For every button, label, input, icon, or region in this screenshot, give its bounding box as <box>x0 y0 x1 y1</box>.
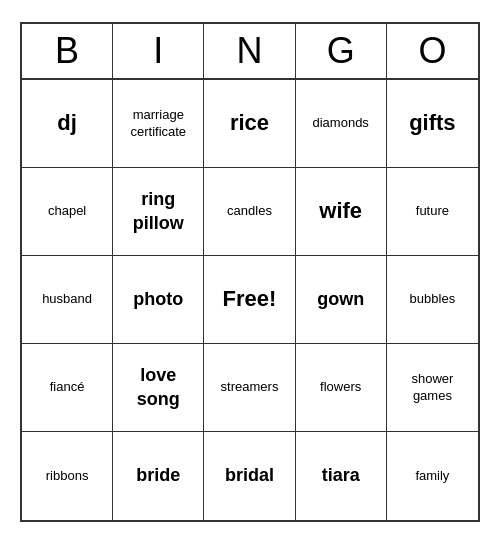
bingo-cell-0-2: rice <box>204 80 295 168</box>
cell-text: dj <box>57 109 77 138</box>
bingo-cell-2-2: Free! <box>204 256 295 344</box>
cell-text: candles <box>227 203 272 220</box>
bingo-cell-1-2: candles <box>204 168 295 256</box>
cell-text: bridal <box>225 464 274 487</box>
bingo-cell-4-2: bridal <box>204 432 295 520</box>
bingo-cell-1-3: wife <box>296 168 387 256</box>
bingo-cell-3-4: shower games <box>387 344 478 432</box>
bingo-header: BINGO <box>22 24 478 80</box>
cell-text: family <box>415 468 449 485</box>
header-letter-o: O <box>387 24 478 78</box>
bingo-cell-1-4: future <box>387 168 478 256</box>
bingo-cell-3-2: streamers <box>204 344 295 432</box>
bingo-cell-2-3: gown <box>296 256 387 344</box>
bingo-cell-3-1: love song <box>113 344 204 432</box>
bingo-cell-1-0: chapel <box>22 168 113 256</box>
cell-text: chapel <box>48 203 86 220</box>
bingo-card: BINGO djmarriage certificatericediamonds… <box>20 22 480 522</box>
cell-text: gown <box>317 288 364 311</box>
bingo-cell-4-3: tiara <box>296 432 387 520</box>
bingo-cell-3-3: flowers <box>296 344 387 432</box>
header-letter-g: G <box>296 24 387 78</box>
cell-text: husband <box>42 291 92 308</box>
cell-text: marriage certificate <box>117 107 199 141</box>
cell-text: wife <box>319 197 362 226</box>
bingo-cell-0-3: diamonds <box>296 80 387 168</box>
bingo-cell-4-4: family <box>387 432 478 520</box>
cell-text: rice <box>230 109 269 138</box>
header-letter-i: I <box>113 24 204 78</box>
cell-text: diamonds <box>313 115 369 132</box>
cell-text: future <box>416 203 449 220</box>
bingo-cell-2-1: photo <box>113 256 204 344</box>
cell-text: streamers <box>221 379 279 396</box>
bingo-cell-0-0: dj <box>22 80 113 168</box>
bingo-cell-1-1: ring pillow <box>113 168 204 256</box>
bingo-grid: djmarriage certificatericediamondsgiftsc… <box>22 80 478 520</box>
cell-text: photo <box>133 288 183 311</box>
bingo-cell-4-1: bride <box>113 432 204 520</box>
bingo-cell-0-1: marriage certificate <box>113 80 204 168</box>
cell-text: ribbons <box>46 468 89 485</box>
cell-text: flowers <box>320 379 361 396</box>
bingo-cell-3-0: fiancé <box>22 344 113 432</box>
cell-text: ring pillow <box>117 188 199 235</box>
bingo-cell-2-0: husband <box>22 256 113 344</box>
cell-text: bubbles <box>410 291 456 308</box>
cell-text: love song <box>117 364 199 411</box>
cell-text: Free! <box>223 285 277 314</box>
bingo-cell-4-0: ribbons <box>22 432 113 520</box>
cell-text: bride <box>136 464 180 487</box>
header-letter-b: B <box>22 24 113 78</box>
cell-text: fiancé <box>50 379 85 396</box>
bingo-cell-0-4: gifts <box>387 80 478 168</box>
bingo-cell-2-4: bubbles <box>387 256 478 344</box>
cell-text: tiara <box>322 464 360 487</box>
cell-text: shower games <box>391 371 474 405</box>
cell-text: gifts <box>409 109 455 138</box>
header-letter-n: N <box>204 24 295 78</box>
